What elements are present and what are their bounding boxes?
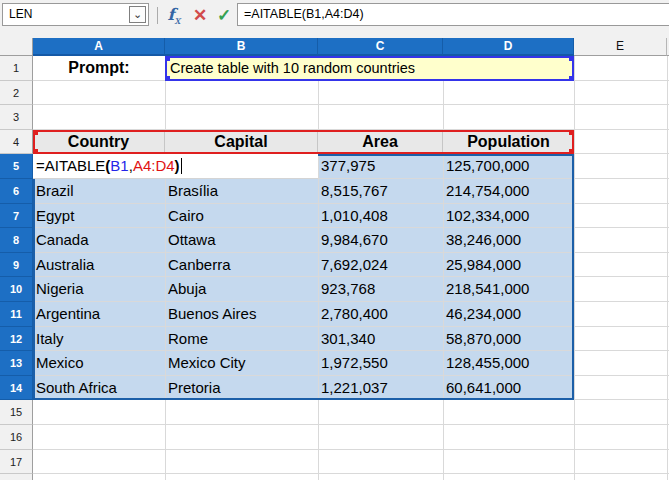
row-header-7[interactable]: 7 <box>0 204 33 229</box>
cell-A14[interactable]: South Africa <box>36 376 162 401</box>
cell-C6[interactable]: 8,515,767 <box>321 179 440 204</box>
chevron-down-icon: ⌄ <box>130 7 145 22</box>
row-header-5[interactable]: 5 <box>0 154 33 179</box>
cell-C4[interactable]: Area <box>318 130 443 155</box>
cell-B7[interactable]: Cairo <box>168 204 315 229</box>
grid-line-vertical <box>165 56 166 480</box>
reference-handle[interactable] <box>569 76 574 81</box>
toolbar-separator <box>157 7 158 24</box>
cell-C14[interactable]: 1,221,037 <box>321 376 440 401</box>
cell-B6[interactable]: Brasília <box>168 179 315 204</box>
cell-A6[interactable]: Brazil <box>36 179 162 204</box>
grid-line-vertical <box>574 56 575 480</box>
grid-line-vertical <box>318 56 319 480</box>
column-header-B[interactable]: B <box>165 38 318 56</box>
row-header-1[interactable]: 1 <box>0 56 33 81</box>
cell-A5-formula-edit[interactable]: =AITABLE(B1,A4:D4) <box>33 154 318 179</box>
formula-input[interactable]: =AITABLE(B1,A4:D4) <box>237 3 669 26</box>
row-header-14[interactable]: 14 <box>0 376 33 401</box>
cell-D8[interactable]: 38,246,000 <box>446 228 571 253</box>
reference-handle[interactable] <box>569 56 574 61</box>
formula-ref-blue: B1 <box>110 157 128 174</box>
name-box[interactable]: LEN ⌄ <box>2 3 149 26</box>
row-header-18[interactable]: 18 <box>0 474 33 480</box>
row-header-3[interactable]: 3 <box>0 105 33 130</box>
cell-A7[interactable]: Egypt <box>36 204 162 229</box>
row-header-13[interactable]: 13 <box>0 351 33 376</box>
row-header-8[interactable]: 8 <box>0 228 33 253</box>
cell-B9[interactable]: Canberra <box>168 253 315 278</box>
cell-D9[interactable]: 25,984,000 <box>446 253 571 278</box>
cell-A9[interactable]: Australia <box>36 253 162 278</box>
select-all-corner[interactable] <box>0 38 33 56</box>
formula-close-paren: ) <box>175 157 180 174</box>
reference-handle[interactable] <box>165 56 170 61</box>
row-header-6[interactable]: 6 <box>0 179 33 204</box>
cell-C11[interactable]: 2,780,400 <box>321 302 440 327</box>
cell-B11[interactable]: Buenos Aires <box>168 302 315 327</box>
cell-C7[interactable]: 1,010,408 <box>321 204 440 229</box>
cancel-icon[interactable]: ✕ <box>189 5 211 27</box>
cell-D11[interactable]: 46,234,000 <box>446 302 571 327</box>
cell-A4[interactable]: Country <box>33 130 165 155</box>
cell-A13[interactable]: Mexico <box>36 351 162 376</box>
cell-D5[interactable]: 125,700,000 <box>446 154 571 179</box>
cell-D13[interactable]: 128,455,000 <box>446 351 571 376</box>
cell-B4[interactable]: Capital <box>165 130 318 155</box>
cell-A8[interactable]: Canada <box>36 228 162 253</box>
cell-A12[interactable]: Italy <box>36 327 162 352</box>
name-box-dropdown-button[interactable]: ⌄ <box>129 6 146 23</box>
cell-D10[interactable]: 218,541,000 <box>446 277 571 302</box>
row-header-12[interactable]: 12 <box>0 327 33 352</box>
cell-A10[interactable]: Nigeria <box>36 277 162 302</box>
cell-B14[interactable]: Pretoria <box>168 376 315 401</box>
row-header-15[interactable]: 15 <box>0 400 33 425</box>
row-header-11[interactable]: 11 <box>0 302 33 327</box>
row-header-10[interactable]: 10 <box>0 277 33 302</box>
cell-C10[interactable]: 923,768 <box>321 277 440 302</box>
name-box-value: LEN <box>9 7 32 21</box>
spreadsheet-grid: Prompt: Create table with 10 random coun… <box>0 38 669 480</box>
cell-C5[interactable]: 377,975 <box>321 154 440 179</box>
cell-C9[interactable]: 7,692,024 <box>321 253 440 278</box>
fx-x: x <box>174 14 180 27</box>
formula-bar: LEN ⌄ fx ✕ ✓ =AITABLE(B1,A4:D4) <box>0 0 669 38</box>
formula-func: =AITABLE <box>36 157 105 174</box>
column-header-C[interactable]: C <box>318 38 443 56</box>
row-header-16[interactable]: 16 <box>0 425 33 450</box>
reference-handle[interactable] <box>165 76 170 81</box>
row-header-4[interactable]: 4 <box>0 130 33 155</box>
grid-line-vertical <box>667 56 668 480</box>
column-header-D[interactable]: D <box>443 38 574 56</box>
cell-D7[interactable]: 102,334,000 <box>446 204 571 229</box>
cell-D4[interactable]: Population <box>443 130 574 155</box>
function-wizard-icon[interactable]: fx <box>162 5 186 27</box>
cell-B1-prompt-text[interactable]: Create table with 10 random countries <box>165 56 574 81</box>
cell-C13[interactable]: 1,972,550 <box>321 351 440 376</box>
cell-D6[interactable]: 214,754,000 <box>446 179 571 204</box>
row-header-17[interactable]: 17 <box>0 450 33 475</box>
cell-B8[interactable]: Ottawa <box>168 228 315 253</box>
cell-C8[interactable]: 9,984,670 <box>321 228 440 253</box>
cell-A1-prompt-label[interactable]: Prompt: <box>33 56 165 81</box>
text-cursor <box>181 158 183 174</box>
libreoffice-calc-window: LEN ⌄ fx ✕ ✓ =AITABLE(B1,A4:D4) Prompt: … <box>0 0 669 480</box>
cell-D14[interactable]: 60,641,000 <box>446 376 571 401</box>
accept-icon[interactable]: ✓ <box>213 5 235 27</box>
cell-D12[interactable]: 58,870,000 <box>446 327 571 352</box>
grid-line-vertical <box>443 56 444 480</box>
row-header-2[interactable]: 2 <box>0 81 33 106</box>
formula-ref-red: A4:D4 <box>133 157 175 174</box>
column-header-A[interactable]: A <box>33 38 165 56</box>
prompt-text: Create table with 10 random countries <box>170 60 415 76</box>
cell-B13[interactable]: Mexico City <box>168 351 315 376</box>
cell-C12[interactable]: 301,340 <box>321 327 440 352</box>
column-header-E[interactable]: E <box>574 38 667 56</box>
row-header-9[interactable]: 9 <box>0 253 33 278</box>
cell-B10[interactable]: Abuja <box>168 277 315 302</box>
cell-A11[interactable]: Argentina <box>36 302 162 327</box>
cell-B12[interactable]: Rome <box>168 327 315 352</box>
